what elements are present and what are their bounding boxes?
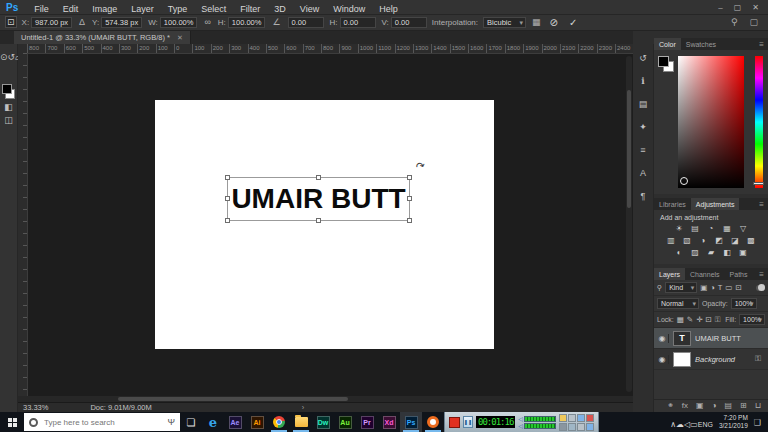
hue-slider[interactable] (755, 56, 763, 188)
taskbar-screen-recorder[interactable] (422, 412, 444, 432)
document-tab[interactable]: Untitled-1 @ 33.3% (UMAIR BUTT, RGB/8) *… (14, 31, 191, 44)
workspace-switcher-icon[interactable]: ▢ (749, 17, 758, 27)
fill-value[interactable]: 100% (739, 314, 765, 325)
action-center-icon[interactable]: ❑ (754, 418, 761, 427)
transform-handle-top-center[interactable] (316, 175, 321, 180)
lock-icon[interactable]: ✎ (687, 315, 693, 325)
history-brush-tool[interactable]: ↺ (7, 52, 15, 62)
menu-3d[interactable]: 3D (267, 4, 293, 14)
layer-visibility-toggle[interactable]: ◉ (656, 334, 669, 343)
height-field[interactable]: H:100.00% (218, 17, 266, 28)
link-layers-icon[interactable]: ⚭ (667, 402, 674, 410)
opacity-value[interactable]: 100% (731, 298, 757, 309)
recorder-mini-button[interactable] (559, 423, 567, 431)
color-tab-swatches[interactable]: Swatches (681, 38, 721, 50)
adjustment-icon[interactable]: ▨ (691, 248, 700, 257)
recorder-mini-button[interactable] (586, 423, 594, 431)
layer-visibility-toggle[interactable]: ◉ (656, 355, 669, 364)
link-dimensions-toggle[interactable]: ∞ (203, 17, 211, 27)
layer-mask-icon[interactable]: ▣ (696, 402, 704, 410)
microphone-icon[interactable]: Ψ (167, 417, 175, 427)
taskbar-dreamweaver[interactable]: Dw (312, 412, 334, 432)
taskbar-xd[interactable]: Xd (378, 412, 400, 432)
transform-handle-bottom-left[interactable] (225, 218, 230, 223)
taskbar-chrome[interactable] (268, 412, 290, 432)
network-icon[interactable]: ▭ (690, 420, 698, 429)
adjustment-icon[interactable]: ◔ (707, 224, 716, 233)
field-value[interactable]: 100.00% (228, 17, 266, 28)
close-document-icon[interactable]: ✕ (177, 34, 183, 42)
delete-layer-icon[interactable]: ⊔ (755, 402, 761, 410)
paragraph-panel-icon[interactable]: ¶ (641, 191, 646, 201)
foreground-background-colors[interactable] (2, 84, 15, 99)
adjustment-icon[interactable]: ▦ (723, 224, 732, 233)
commit-transform-button[interactable]: ✓ (566, 17, 580, 28)
field-value[interactable]: 0.00 (288, 17, 324, 28)
taskbar-file-explorer[interactable] (290, 412, 312, 432)
text-layer-thumbnail[interactable]: T (674, 332, 690, 345)
language-indicator[interactable]: ENG (698, 421, 713, 428)
adjustment-layer-icon[interactable]: ◑ (712, 402, 717, 410)
adjustment-icon[interactable]: ◑ (699, 236, 708, 245)
taskbar-audition[interactable]: Au (334, 412, 356, 432)
transform-handle-middle-right[interactable] (407, 196, 412, 201)
rotate-icon[interactable]: ∠ (271, 17, 281, 27)
panel-menu-icon[interactable]: ≡ (759, 198, 768, 210)
transform-handle-middle-left[interactable] (225, 196, 230, 201)
saturation-brightness-field[interactable] (678, 56, 744, 188)
field-value[interactable]: 0.00 (340, 17, 376, 28)
minimize-button[interactable]: – (718, 3, 722, 12)
width-field[interactable]: W:100.00% (148, 17, 197, 28)
horizontal-skew-field[interactable]: H:0.00 (330, 17, 376, 28)
recorder-mini-button[interactable] (559, 414, 567, 422)
recorder-mini-button[interactable] (577, 414, 585, 422)
recorder-mini-button[interactable] (568, 414, 576, 422)
x-position-field[interactable]: X:987.00 px (22, 17, 73, 28)
layer-row[interactable]: ◉Background⚿ (654, 349, 768, 370)
panel-color-swatches[interactable] (658, 56, 674, 72)
layer-filter-icon[interactable]: T (718, 283, 723, 292)
styles-icon[interactable]: ✦ (639, 122, 647, 132)
layer-effects-icon[interactable]: fx (682, 402, 688, 410)
reference-point-selector[interactable]: ⊡ (5, 16, 17, 28)
info-icon[interactable]: ℹ (641, 76, 644, 86)
layer-row[interactable]: ◉TUMAIR BUTT (654, 328, 768, 349)
menu-file[interactable]: File (27, 4, 56, 14)
layer-filter-icon[interactable]: ◑ (710, 283, 715, 292)
taskbar-premiere[interactable]: Pr (356, 412, 378, 432)
filter-search-icon[interactable]: ⚲ (657, 284, 662, 292)
hue-slider-handle[interactable] (753, 182, 764, 185)
screen-mode-button[interactable]: ◫ (0, 114, 17, 127)
layer-filter-icon[interactable]: ▭ (725, 283, 732, 292)
panel-menu-icon[interactable]: ≡ (759, 38, 768, 50)
task-view-button[interactable]: ❏ (180, 417, 202, 428)
history-icon[interactable]: ↺ (639, 53, 647, 63)
adjustment-icon[interactable]: ▣ (739, 248, 748, 257)
taskbar-edge[interactable]: e (202, 412, 224, 432)
menu-image[interactable]: Image (85, 4, 124, 14)
taskbar-after-effects[interactable]: Ae (224, 412, 246, 432)
warp-mode-toggle-icon[interactable]: ▦ (531, 17, 542, 27)
zoom-level[interactable]: 33.33% (23, 403, 48, 412)
layer-comps-icon[interactable]: ▤ (639, 99, 648, 109)
vertical-scrollbar-thumb[interactable] (627, 90, 631, 208)
menu-view[interactable]: View (293, 4, 326, 14)
layers-tab-layers[interactable]: Layers (654, 268, 685, 280)
field-value[interactable]: 0.00 (391, 17, 427, 28)
lock-icon[interactable]: ▦ (677, 315, 684, 325)
adjustment-icon[interactable]: ▽ (739, 224, 748, 233)
foreground-swatch[interactable] (658, 56, 669, 67)
transform-handle-top-left[interactable] (225, 175, 230, 180)
adjustment-icon[interactable]: ◩ (715, 236, 724, 245)
menu-edit[interactable]: Edit (56, 4, 86, 14)
taskbar-illustrator[interactable]: Ai (246, 412, 268, 432)
vertical-scrollbar[interactable] (626, 56, 632, 392)
field-value[interactable]: 574.38 px (101, 17, 142, 28)
canvas-workspace[interactable]: UMAIR BUTT ↷ (27, 53, 633, 396)
adjustment-icon[interactable]: ◐ (675, 248, 684, 257)
search-icon[interactable]: ⚲ (731, 17, 738, 27)
taskbar-clock[interactable]: 7:20 PM 3/21/2019 (719, 414, 748, 430)
recorder-stop-button[interactable] (449, 417, 460, 428)
horizontal-scrollbar-thumb[interactable] (118, 397, 348, 401)
color-tab-color[interactable]: Color (654, 38, 681, 50)
